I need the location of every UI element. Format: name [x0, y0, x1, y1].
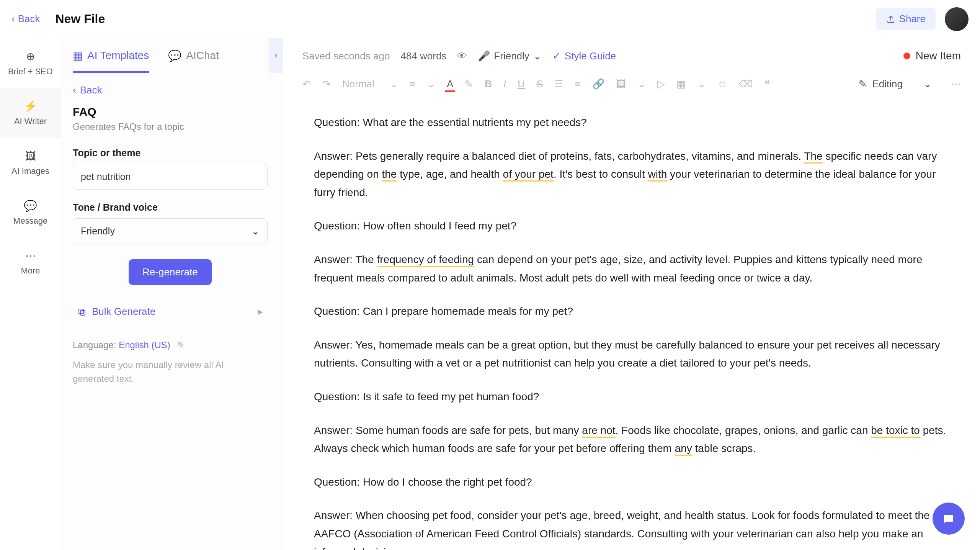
- language-link[interactable]: English (US): [119, 340, 170, 350]
- redo-button[interactable]: ↷: [322, 78, 331, 90]
- word-count: 484 words: [400, 50, 446, 62]
- editor: Saved seconds ago 484 words 👁 🎤 Friendly…: [283, 38, 980, 550]
- tone-value: Friendly: [81, 226, 115, 237]
- emoji-button[interactable]: ☺: [717, 78, 728, 90]
- tab-label: AI Templates: [87, 49, 149, 62]
- share-button[interactable]: Share: [876, 8, 936, 30]
- editor-content[interactable]: Question: What are the essential nutrien…: [283, 98, 980, 550]
- chat-fab[interactable]: [933, 503, 965, 535]
- align-button[interactable]: ≡: [410, 78, 415, 90]
- disclaimer-text: Make sure you manually review all AI gen…: [73, 358, 268, 386]
- rail-label: AI Writer: [14, 116, 47, 126]
- edit-icon[interactable]: ✎: [177, 340, 185, 350]
- table-dropdown[interactable]: ⌄: [697, 78, 706, 90]
- tone-select[interactable]: Friendly ⌄: [73, 218, 268, 244]
- undo-button[interactable]: ↶: [302, 78, 311, 90]
- italic-button[interactable]: I: [503, 78, 506, 90]
- chevron-down-icon: ⌄: [533, 50, 542, 62]
- quote-button[interactable]: ❝: [764, 78, 770, 90]
- a5: Answer: When choosing pet food, consider…: [314, 506, 949, 550]
- eye-icon[interactable]: 👁: [457, 50, 467, 62]
- share-label: Share: [899, 13, 926, 25]
- editing-mode-select[interactable]: ✎ Editing ⌄: [859, 78, 932, 90]
- target-icon: ⊕: [26, 50, 35, 63]
- topic-input[interactable]: [73, 164, 268, 190]
- new-item-indicator[interactable]: New Item: [903, 50, 961, 62]
- regenerate-button[interactable]: Re-generate: [129, 259, 212, 285]
- status-dot-icon: [903, 52, 910, 59]
- more-options-button[interactable]: ⋯: [951, 78, 961, 90]
- image-dropdown[interactable]: ⌄: [637, 78, 646, 90]
- tone-value: Friendly: [494, 50, 529, 62]
- chat-icon: 💬: [24, 200, 37, 212]
- link-button[interactable]: 🔗: [592, 78, 604, 90]
- header: ‹ Back New File Share: [0, 0, 980, 38]
- rail-label: AI Images: [11, 166, 49, 176]
- rail-more[interactable]: ⋯ More: [0, 237, 61, 287]
- block-style-label: Normal: [342, 78, 374, 90]
- svg-rect-0: [80, 311, 85, 315]
- q3: Question: Can I prepare homemade meals f…: [314, 302, 949, 321]
- chevron-left-icon: ‹: [274, 51, 277, 61]
- q2: Question: How often should I feed my pet…: [314, 217, 949, 235]
- a1: Answer: Pets generally require a balance…: [314, 147, 949, 202]
- bold-button[interactable]: B: [485, 78, 492, 90]
- highlight-button[interactable]: ✎: [465, 78, 473, 90]
- pencil-icon: ✎: [859, 78, 867, 90]
- chat-icon: 💬: [168, 49, 181, 62]
- chevron-right-icon: ▶: [258, 308, 263, 316]
- tab-aichat[interactable]: 💬 AIChat: [168, 38, 219, 73]
- tab-ai-templates[interactable]: ▦ AI Templates: [73, 38, 149, 73]
- bolt-icon: ⚡: [24, 100, 37, 113]
- collapse-sidebar-button[interactable]: ‹: [269, 38, 283, 73]
- image-button[interactable]: 🖼: [616, 78, 626, 90]
- sidebar-back-button[interactable]: ‹ Back: [73, 84, 268, 96]
- rail-label: Message: [13, 216, 47, 226]
- rail-message[interactable]: 💬 Message: [0, 188, 61, 237]
- rail-ai-writer[interactable]: ⚡ AI Writer: [0, 88, 61, 138]
- sidebar-tabs: ▦ AI Templates 💬 AIChat ‹: [61, 38, 283, 73]
- tone-dropdown[interactable]: 🎤 Friendly ⌄: [478, 50, 541, 62]
- tab-label: AIChat: [186, 49, 219, 62]
- rail-ai-images[interactable]: 🖼 AI Images: [0, 138, 61, 188]
- rail-label: More: [21, 266, 40, 276]
- new-item-label: New Item: [916, 50, 961, 62]
- a2: Answer: The frequency of feeding can dep…: [314, 250, 949, 287]
- svg-rect-1: [79, 309, 83, 314]
- bulk-generate-button[interactable]: Bulk Generate ▶: [73, 299, 268, 324]
- check-circle-icon: ✓: [552, 50, 561, 62]
- align-dropdown[interactable]: ⌄: [427, 78, 435, 90]
- sidebar: ▦ AI Templates 💬 AIChat ‹ ‹ Back FAQ Gen…: [61, 38, 283, 550]
- user-avatar[interactable]: [945, 7, 969, 31]
- text-color-button[interactable]: A: [447, 78, 453, 90]
- a4: Answer: Some human foods are safe for pe…: [314, 421, 949, 458]
- left-rail: ⊕ Brief + SEO ⚡ AI Writer 🖼 AI Images 💬 …: [0, 38, 61, 550]
- style-guide-button[interactable]: ✓ Style Guide: [552, 50, 616, 62]
- a3: Answer: Yes, homemade meals can be a gre…: [314, 336, 949, 372]
- upload-icon: [886, 13, 895, 25]
- q5: Question: How do I choose the right pet …: [314, 473, 949, 491]
- chevron-down-icon: ⌄: [390, 78, 398, 90]
- chevron-down-icon: ⌄: [923, 78, 932, 90]
- saved-status: Saved seconds ago: [302, 50, 390, 62]
- q4: Question: Is it safe to feed my pet huma…: [314, 388, 949, 406]
- strike-button[interactable]: S: [536, 78, 543, 90]
- rail-brief-seo[interactable]: ⊕ Brief + SEO: [0, 38, 61, 88]
- language-label: Language:: [73, 340, 119, 350]
- block-style-select[interactable]: Normal ⌄: [342, 78, 398, 90]
- tone-label: Tone / Brand voice: [73, 202, 268, 213]
- back-label: Back: [18, 13, 40, 25]
- chevron-down-icon: ⌄: [252, 226, 260, 237]
- clear-format-button[interactable]: ⌫: [739, 78, 753, 90]
- table-button[interactable]: ▦: [676, 78, 686, 90]
- file-title: New File: [55, 12, 105, 26]
- editor-statusbar: Saved seconds ago 484 words 👁 🎤 Friendly…: [283, 38, 980, 74]
- video-button[interactable]: ▷: [657, 78, 665, 90]
- back-button[interactable]: ‹ Back: [11, 13, 40, 25]
- image-icon: 🖼: [25, 150, 36, 162]
- bullet-list-button[interactable]: ☰: [554, 78, 563, 90]
- main: ⊕ Brief + SEO ⚡ AI Writer 🖼 AI Images 💬 …: [0, 38, 980, 550]
- q1: Question: What are the essential nutrien…: [314, 113, 949, 132]
- number-list-button[interactable]: ≡: [575, 78, 580, 90]
- underline-button[interactable]: U: [518, 78, 525, 90]
